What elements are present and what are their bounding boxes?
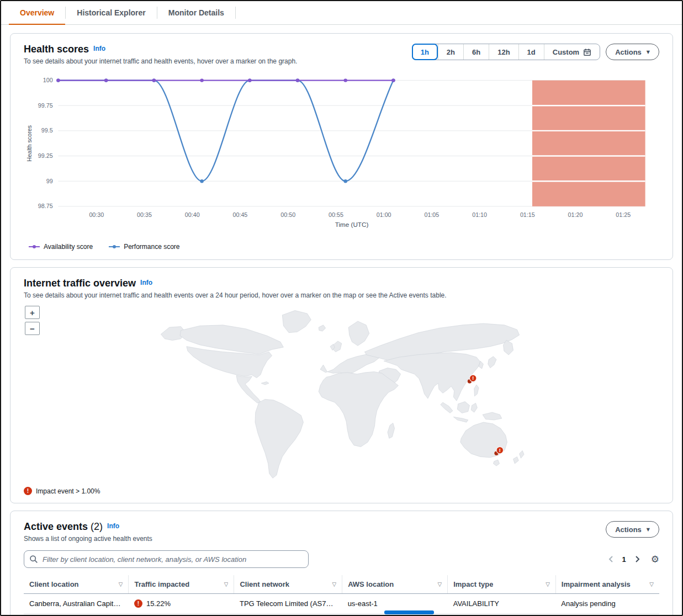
column-header-traffic-impacted[interactable]: Traffic impacted▽ (129, 575, 234, 594)
health-scores-title: Health scores (24, 44, 89, 55)
svg-text:00:55: 00:55 (329, 211, 343, 218)
time-range-2h[interactable]: 2h (438, 44, 463, 60)
cell-impact-type: AVAILABILITY (448, 614, 556, 616)
landmass-tasmania (493, 460, 499, 466)
landmass-new-guinea (483, 412, 502, 420)
active-events-panel: Active events (2)Info Shows a list of on… (10, 511, 673, 616)
landmass-philippines (474, 385, 478, 396)
world-map[interactable]: !! (150, 304, 533, 484)
svg-text:99.75: 99.75 (38, 102, 53, 109)
cell-client-location: Hsinchu, Hsinchu, Taiwan (24, 614, 129, 616)
filter-icon: ▽ (224, 581, 229, 587)
map-legend-label: Impact event > 1.00% (36, 487, 100, 495)
app-window: Overview Historical Explorer Monitor Det… (0, 0, 683, 616)
landmass-java (453, 417, 468, 422)
column-header-client-network[interactable]: Client network▽ (234, 575, 342, 594)
search-icon (29, 555, 38, 566)
active-events-title: Active events (2) (24, 521, 103, 532)
bottom-scrollbar-thumb[interactable] (384, 610, 434, 614)
tab-monitor-details-label: Monitor Details (168, 8, 224, 17)
column-header-impairment-analysis[interactable]: Impairment analysis▽ (555, 575, 659, 594)
availability-line-glyph-icon (28, 244, 40, 249)
custom-range-label: Custom (553, 48, 579, 56)
impact-event-icon: ! (24, 487, 32, 495)
cell-client-network: TPG Telecom Limited (AS7545) (234, 594, 342, 614)
column-header-aws-location[interactable]: AWS location▽ (342, 575, 448, 594)
time-range-12h[interactable]: 12h (489, 44, 518, 60)
filter-icon: ▽ (437, 581, 442, 587)
world-map-container: + − (24, 304, 659, 484)
traffic-overview-description: To see details about your internet traff… (24, 291, 659, 299)
svg-text:!: ! (499, 448, 500, 453)
performance-line-glyph-icon (108, 244, 120, 249)
chevron-down-icon: ▼ (647, 527, 650, 532)
tab-historical-explorer[interactable]: Historical Explorer (66, 1, 157, 25)
svg-text:01:25: 01:25 (616, 211, 631, 218)
traffic-overview-info-link[interactable]: Info (140, 279, 152, 286)
active-events-heading: Active events (2)Info Shows a list of on… (24, 521, 152, 543)
cell-traffic-impacted: !15.12% (129, 614, 234, 616)
time-range-1d[interactable]: 1d (518, 44, 544, 60)
table-preferences-gear-icon[interactable]: ⚙ (651, 555, 659, 564)
traffic-overview-title: Internet traffic overview (24, 278, 136, 289)
filter-input-wrapper (24, 550, 309, 568)
svg-text:01:20: 01:20 (568, 211, 583, 218)
column-header-impact-type[interactable]: Impact type▽ (448, 575, 556, 594)
svg-text:99: 99 (46, 178, 53, 184)
tab-monitor-details[interactable]: Monitor Details (157, 1, 235, 25)
active-events-actions-button[interactable]: Actions ▼ (606, 521, 659, 538)
health-scores-actions-button[interactable]: Actions ▼ (606, 44, 659, 60)
current-page-number[interactable]: 1 (621, 555, 627, 564)
previous-page-button[interactable] (607, 554, 615, 564)
svg-text:99.5: 99.5 (41, 127, 53, 134)
table-header-row: Client location▽ Traffic impacted▽ Clien… (24, 575, 659, 594)
landmass-cuba (261, 382, 269, 385)
actions-button-label: Actions (615, 525, 642, 534)
svg-text:00:45: 00:45 (233, 211, 248, 218)
next-page-button[interactable] (634, 554, 641, 564)
svg-text:99.25: 99.25 (38, 152, 53, 159)
health-scores-info-link[interactable]: Info (93, 45, 105, 52)
pagination-controls: 1 ⚙ (607, 554, 659, 564)
filter-icon: ▽ (119, 581, 123, 587)
landmass-sulawesi (471, 403, 477, 413)
page-content: Health scoresInfo To see details about y… (1, 25, 682, 616)
chart-legend: Availability score Performance score (28, 243, 659, 251)
svg-text:Health scores: Health scores (26, 125, 33, 162)
cell-traffic-impacted: !15.22% (129, 594, 234, 614)
tab-overview[interactable]: Overview (9, 1, 65, 25)
svg-text:!: ! (472, 376, 474, 381)
map-zoom-in-button[interactable]: + (25, 306, 40, 319)
time-range-1h[interactable]: 1h (412, 44, 438, 60)
active-events-toolbar: 1 ⚙ (24, 550, 659, 568)
active-events-table: Client location▽ Traffic impacted▽ Clien… (24, 575, 659, 616)
filter-icon: ▽ (332, 581, 336, 587)
legend-performance-score[interactable]: Performance score (108, 243, 179, 251)
cell-impairment-analysis: Analysis pending (555, 594, 659, 614)
tab-divider (235, 7, 236, 19)
health-scores-heading: Health scoresInfo To see details about y… (24, 44, 297, 65)
time-range-6h[interactable]: 6h (463, 44, 489, 60)
column-header-client-location[interactable]: Client location▽ (24, 575, 129, 594)
map-zoom-out-button[interactable]: − (25, 322, 40, 335)
tab-overview-label: Overview (20, 8, 54, 17)
landmass-africa (319, 372, 398, 447)
legend-performance-label: Performance score (124, 243, 179, 251)
svg-text:100: 100 (43, 77, 53, 83)
table-row: Hsinchu, Hsinchu, Taiwan !15.12% Data Co… (24, 614, 659, 616)
landmass-mexico-central-america (236, 376, 261, 403)
filter-icon: ▽ (546, 581, 550, 587)
landmass-borneo (457, 402, 469, 413)
legend-availability-score[interactable]: Availability score (28, 243, 93, 251)
cell-client-location: Canberra, Australian Capital Ter... (24, 594, 129, 614)
actions-button-label: Actions (615, 48, 642, 56)
active-events-info-link[interactable]: Info (107, 522, 119, 530)
health-scores-chart[interactable]: 10099.7599.599.259998.7500:3000:3500:400… (24, 72, 659, 243)
landmass-new-zealand-north (519, 451, 523, 459)
table-row: Canberra, Australian Capital Ter... !15.… (24, 594, 659, 614)
filter-events-input[interactable] (24, 550, 309, 568)
time-range-custom[interactable]: Custom (544, 44, 600, 60)
landmass-japan (488, 357, 496, 368)
svg-text:00:30: 00:30 (89, 211, 104, 218)
landmass-new-zealand-south (513, 457, 518, 464)
